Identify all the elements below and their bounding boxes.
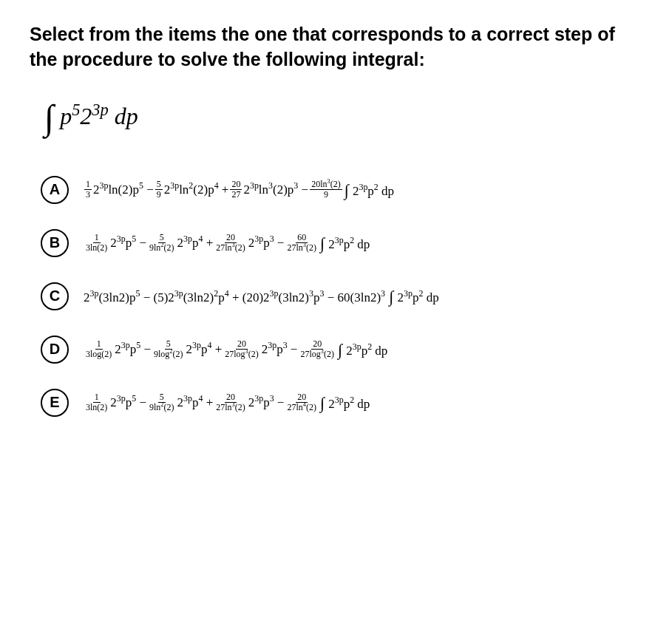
option-a[interactable]: A 1323pln(2)p5 − 5923pln2(2)p4 + 202723p…	[37, 172, 642, 208]
option-expression: 13log(2)23pp5 − 59log2(2)23pp4 + 2027log…	[84, 339, 387, 358]
option-label-e: E	[41, 389, 69, 417]
option-label-c: C	[41, 282, 69, 310]
option-d[interactable]: D 13log(2)23pp5 − 59log2(2)23pp4 + 2027l…	[37, 332, 642, 367]
option-label-b: B	[41, 229, 69, 257]
option-label-d: D	[41, 336, 69, 364]
integral-expression: ∫ p523p dp	[44, 98, 642, 139]
option-expression: 1323pln(2)p5 − 5923pln2(2)p4 + 202723pln…	[84, 180, 394, 199]
option-expression: 23p(3ln2)p5 − (5)23p(3ln2)2p4 + (20)23p(…	[84, 287, 439, 306]
option-expression: 13ln(2)23pp5 − 59ln2(2)23pp4 + 2027ln3(2…	[84, 233, 370, 252]
option-expression: 13ln(2)23pp5 − 59ln2(2)23pp4 + 2027ln3(2…	[84, 392, 370, 412]
question-prompt: Select from the items the one that corre…	[30, 22, 642, 72]
option-c[interactable]: C 23p(3ln2)p5 − (5)23p(3ln2)2p4 + (20)23…	[37, 279, 642, 314]
options-list: A 1323pln(2)p5 − 5923pln2(2)p4 + 202723p…	[37, 172, 642, 421]
option-e[interactable]: E 13ln(2)23pp5 − 59ln2(2)23pp4 + 2027ln3…	[37, 385, 642, 421]
option-b[interactable]: B 13ln(2)23pp5 − 59ln2(2)23pp4 + 2027ln3…	[37, 225, 642, 261]
option-label-a: A	[41, 176, 69, 204]
